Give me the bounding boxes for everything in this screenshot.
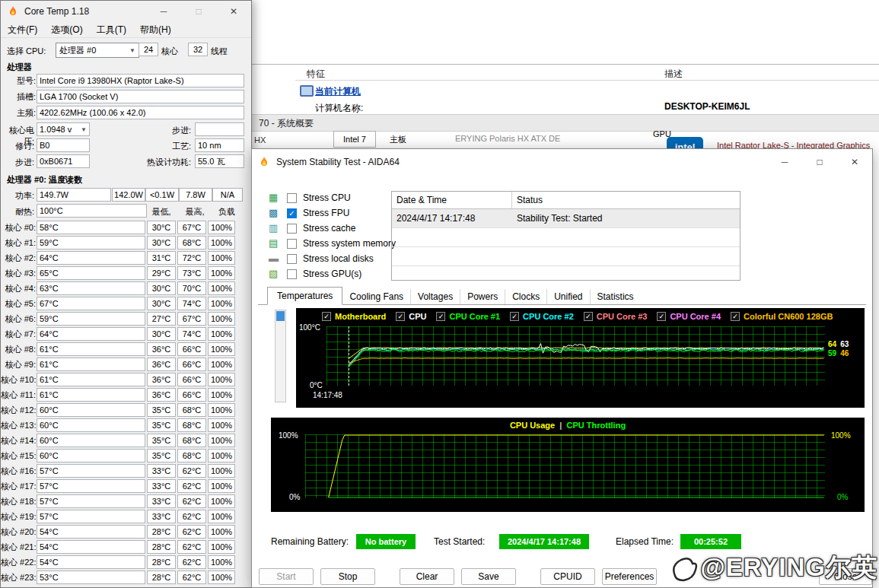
coretemp-maximize-button[interactable]: □ [181, 1, 216, 22]
core-max-value: 62°C [177, 510, 206, 523]
legend-item[interactable]: ✓ CPU Core #2 [510, 312, 574, 321]
tab-cooling-fans[interactable]: Cooling Fans [342, 289, 411, 304]
tab-clocks[interactable]: Clocks [505, 289, 547, 304]
tjmax-label: 耐热: [1, 206, 34, 218]
core-row: 核心 #1: 59°C 30°C 68°C 100% [1, 235, 253, 250]
core-min-value: 28°C [147, 525, 176, 539]
start-button[interactable]: Start [259, 568, 314, 585]
stress-fpu-checkbox[interactable]: ✓ [287, 208, 297, 218]
coretemp-app-icon [7, 5, 19, 17]
core-load-value: 100% [208, 281, 235, 295]
tab-statistics[interactable]: Statistics [591, 289, 641, 304]
legend-checkbox-icon[interactable]: ✓ [322, 312, 331, 321]
frequency-value: 4202.62MHz (100.06 x 42.0) [37, 106, 244, 119]
stress-gpu-icon: ▧ [269, 269, 280, 279]
core-load-value: 100% [208, 297, 235, 310]
socket-value: LGA 1700 (Socket V) [37, 90, 244, 103]
elapsed-label: Elapsed Time: [616, 536, 674, 547]
menu-help[interactable]: 帮助(H) [133, 22, 178, 37]
stress-cache-icon: ▥ [269, 223, 280, 234]
stress-cache-checkbox[interactable]: ✓ [287, 224, 297, 234]
legend-label: CPU Core #1 [449, 312, 500, 321]
legend-checkbox-icon[interactable]: ✓ [396, 312, 405, 321]
stress-disks-checkbox[interactable]: ✓ [287, 254, 297, 264]
chart-vertical-scrollbar[interactable] [275, 310, 286, 402]
core-temp-value: 65°C [37, 266, 145, 280]
vid-value: 1.0948 v▼ [37, 122, 90, 136]
menu-file[interactable]: 文件(F) [1, 22, 44, 37]
coretemp-titlebar: Core Temp 1.18 ─ □ ✕ [1, 1, 251, 22]
column-header-feature: 特征 [307, 68, 325, 81]
preferences-button[interactable]: Preferences [602, 568, 657, 585]
core-load-value: 100% [208, 236, 235, 250]
legend-item[interactable]: ✓ Colorful CN600 128GB [731, 312, 833, 321]
core-min-value: 30°C [147, 221, 176, 234]
temperature-lines [326, 326, 825, 386]
stress-memory-checkbox[interactable]: ✓ [287, 239, 297, 249]
temperature-chart: ✓ Motherboard ✓ CPU ✓ CPU Core #1 ✓ [296, 308, 865, 408]
tab-unified[interactable]: Unified [547, 289, 590, 304]
stress-cpu-label: Stress CPU [303, 192, 351, 203]
tab-voltages[interactable]: Voltages [411, 289, 460, 304]
legend-checkbox-icon[interactable]: ✓ [657, 312, 666, 321]
coretemp-close-button[interactable]: ✕ [216, 1, 251, 22]
usage-right-min-label: 0% [837, 493, 848, 501]
legend-item[interactable]: ✓ CPU Core #3 [584, 312, 648, 321]
save-button[interactable]: Save [461, 568, 516, 585]
core-max-value: 67°C [177, 221, 206, 234]
core-row: 核心 #13: 60°C 35°C 68°C 100% [1, 418, 253, 433]
lithography-label: 工艺: [90, 141, 191, 152]
core-temp-value: 60°C [37, 434, 145, 447]
cpu-select-dropdown[interactable]: 处理器 #0 ▼ [56, 43, 139, 58]
core-load-value: 100% [208, 571, 235, 584]
motherboard-value: ERYING Polaris HX ATX DE [455, 134, 560, 143]
legend-checkbox-icon[interactable]: ✓ [584, 312, 593, 321]
menu-tools[interactable]: 工具(T) [90, 22, 133, 37]
stability-close-button[interactable]: ✕ [837, 151, 872, 173]
legend-item[interactable]: ✓ Motherboard [322, 312, 386, 321]
coretemp-minimize-button[interactable]: ─ [146, 1, 181, 22]
revision-label: 修订: [1, 141, 34, 152]
menu-options[interactable]: 选项(O) [44, 22, 89, 37]
stress-gpu-checkbox[interactable]: ✓ [287, 269, 297, 279]
stability-maximize-button[interactable]: □ [802, 151, 837, 173]
legend-checkbox-icon[interactable]: ✓ [510, 312, 519, 321]
core-max-value: 74°C [177, 297, 206, 310]
core-label: 核心 #9: [1, 359, 36, 370]
core-min-value: 27°C [147, 312, 176, 326]
stress-cpu-checkbox[interactable]: ✓ [287, 193, 297, 203]
legend-item[interactable]: ✓ CPU Core #4 [657, 312, 721, 321]
scrollbar-thumb[interactable] [276, 311, 285, 321]
y-axis-max-label: 100°C [299, 323, 320, 332]
usage-y-max-label: 100% [279, 431, 298, 440]
core-load-value: 100% [208, 434, 235, 447]
core-label: 核心 #4: [1, 283, 36, 294]
legend-item[interactable]: ✓ CPU [396, 312, 426, 321]
clear-button[interactable]: Clear [400, 568, 454, 585]
core-min-value: 33°C [147, 479, 176, 493]
core-label: 核心 #0: [1, 222, 36, 234]
stress-cache-label: Stress cache [303, 223, 355, 234]
core-temp-value: 61°C [37, 388, 145, 402]
cpuid-button[interactable]: CPUID [540, 568, 595, 585]
stop-button[interactable]: Stop [320, 568, 375, 585]
legend-checkbox-icon[interactable]: ✓ [731, 312, 740, 321]
tab-temperatures[interactable]: Temperatures [267, 287, 342, 305]
core-count-box: 24 [139, 43, 158, 56]
log-row-datetime: 2024/4/17 14:17:48 [392, 209, 512, 227]
current-computer-link[interactable]: 当前计算机 [315, 85, 361, 98]
usage-y-min-label: 0% [289, 493, 300, 501]
stability-minimize-button[interactable]: ─ [767, 151, 802, 173]
legend-checkbox-icon[interactable]: ✓ [436, 312, 445, 321]
core-load-value: 100% [208, 373, 235, 386]
core-temp-value: 60°C [37, 449, 145, 462]
core-row: 核心 #16: 57°C 33°C 62°C 100% [1, 463, 253, 478]
core-temp-table: 核心 #0: 58°C 30°C 67°C 100% 核心 #1: 59°C 3… [1, 220, 253, 585]
core-min-value: 33°C [147, 494, 176, 508]
model-value: Intel Core i9 13980HX (Raptor Lake-S) [37, 74, 244, 87]
tab-powers[interactable]: Powers [460, 289, 505, 304]
legend-item[interactable]: ✓ CPU Core #1 [436, 312, 500, 321]
log-row[interactable]: 2024/4/17 14:17:48 Stability Test: Start… [392, 209, 740, 228]
power-gt: <0.1W [145, 188, 179, 202]
core-min-value: 35°C [147, 434, 176, 447]
